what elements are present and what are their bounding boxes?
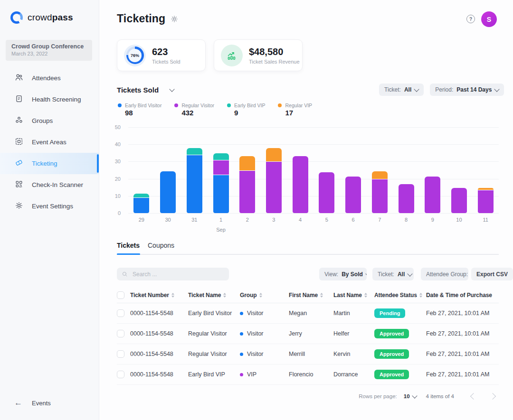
bar-segment [425,177,440,213]
sidebar-item-health-screening[interactable]: Health Screening [0,89,99,110]
search-input[interactable] [132,271,219,278]
sidebar-item-ticketing[interactable]: Ticketing [0,153,99,174]
select-all-checkbox[interactable] [117,291,124,299]
bar-3 [266,148,282,213]
sort-icon [171,293,174,298]
column-header-date-time-of-purchase: Date & Time of Purchase [426,292,499,299]
column-header-first-name[interactable]: First Name [289,292,333,299]
sort-icon [320,293,323,298]
ticket-name-cell: Early Bird Visitor [188,310,240,317]
filter-period[interactable]: Period:Past 14 Days [430,84,504,96]
previous-page-icon[interactable] [470,393,477,400]
bar-segment [266,148,282,161]
sidebar-item-event-areas[interactable]: Event Areas [0,131,99,153]
legend-item-regular-visitor: Regular Visitor432 [174,103,214,117]
chart-filters: Ticket:AllPeriod:Past 14 Days [379,84,504,96]
chart-title-dropdown[interactable]: Tickets Sold [117,86,174,94]
legend-dot [174,103,178,107]
table-row[interactable]: 0000-1154-5548Early Bird VisitorVisitorM… [117,303,499,324]
table-row[interactable]: 0000-1154-5548Regular VisitorVisitorJerr… [117,324,499,344]
group-dot [240,312,243,315]
gridline [128,196,499,196]
x-tick-label: 6 [340,217,367,223]
help-icon[interactable] [466,15,475,23]
table-row[interactable]: 0000-1154-5548Early Bird VIPVIPFlorencio… [117,364,499,385]
gridline [128,213,499,214]
group-label: Visitor [247,330,264,337]
sidebar-item-groups[interactable]: Groups [0,110,99,131]
purchase-date-cell: Feb 27, 2021, 10:01 AM [426,310,499,317]
purchase-date-cell: Feb 27, 2021, 10:01 AM [426,371,499,378]
bar-segment [266,162,282,213]
legend-value: 9 [234,109,265,117]
avatar[interactable]: S [481,11,497,27]
gridline [128,127,499,128]
y-axis-labels: 01020304050 [107,127,121,213]
column-header-last-name[interactable]: Last Name [333,292,374,299]
legend-label: Regular Visitor [181,103,214,108]
table-header-row: Ticket NumberTicket NameGroupFirst NameL… [117,288,499,303]
bar-segment [399,184,414,213]
x-tick-label: 4 [287,217,314,223]
chip-label: Ticket: [378,271,394,278]
tickets-sold-card: 76% 623 Tickets Sold [117,39,206,71]
chip-label: View: [324,271,338,278]
row-checkbox[interactable] [117,330,124,337]
tab-coupons[interactable]: Coupons [148,242,174,249]
bar-30 [160,171,176,213]
sidebar-item-event-settings[interactable]: Event Settings [0,196,99,217]
chart-title-label: Tickets Sold [117,86,159,94]
column-header-attendee-status[interactable]: Attendee Status [374,292,426,299]
toolbar-ticket[interactable]: Ticket:All [372,268,414,280]
bar-segment [372,171,388,178]
row-checkbox[interactable] [117,309,124,317]
bar-29 [133,194,149,213]
current-event-card[interactable]: Crowd Group Conference March 23, 2022 [6,40,92,61]
legend-value: 432 [181,109,214,117]
column-header-ticket-number[interactable]: Ticket Number [130,292,188,299]
sidebar-item-check-in-scanner[interactable]: Check-In Scanner [0,174,99,196]
status-badge: Approved [374,349,409,359]
sidebar-item-label: Event Settings [32,203,73,210]
table-row[interactable]: 0000-1154-5548Regular VisitorVisitorMerr… [117,344,499,364]
tab-tickets[interactable]: Tickets [117,242,140,249]
bar-11 [478,188,494,213]
row-checkbox[interactable] [117,371,124,378]
bar-segment [133,198,149,213]
column-header-ticket-name[interactable]: Ticket Name [188,292,240,299]
purchase-date-cell: Feb 27, 2021, 10:01 AM [426,351,499,357]
chevron-down-icon [365,271,367,276]
next-page-icon[interactable] [489,393,496,400]
filter-ticket[interactable]: Ticket:All [379,84,424,96]
chevron-down-icon [169,86,174,92]
gridline [128,179,499,179]
group-label: Visitor [247,351,264,357]
event-settings-icon [14,201,24,212]
ticketing-settings-gear-icon[interactable] [170,15,179,23]
toolbar-view[interactable]: View:By Sold [319,268,367,280]
page-title: Ticketing [117,12,165,25]
arrow-left-icon [14,398,22,408]
sidebar-item-attendees[interactable]: Attendees [0,67,99,89]
back-to-events[interactable]: Events [14,398,51,408]
status-badge: Pending [374,308,405,318]
column-header-label: Date & Time of Purchase [426,292,492,299]
toolbar-attendee-group[interactable]: Attendee Group:All [421,268,468,280]
chevron-down-icon [412,393,417,398]
bar-8 [399,184,414,213]
table-tabs: TicketsCoupons [117,242,174,249]
attendees-icon [14,73,24,84]
sidebar-item-label: Check-In Scanner [32,181,83,188]
status-badge: Approved [374,329,409,338]
bar-6 [345,177,361,213]
sidebar-item-label: Event Areas [32,139,66,146]
column-header-group[interactable]: Group [240,292,289,299]
export-csv-button[interactable]: Export CSV [471,268,513,280]
sort-icon [419,293,422,298]
legend-dot [278,103,282,107]
group-dot [240,332,243,336]
row-checkbox[interactable] [117,350,124,358]
rows-per-page-select[interactable]: 10 [404,393,417,399]
ticketing-icon [14,158,24,169]
chip-value: Past 14 Days [456,86,492,93]
